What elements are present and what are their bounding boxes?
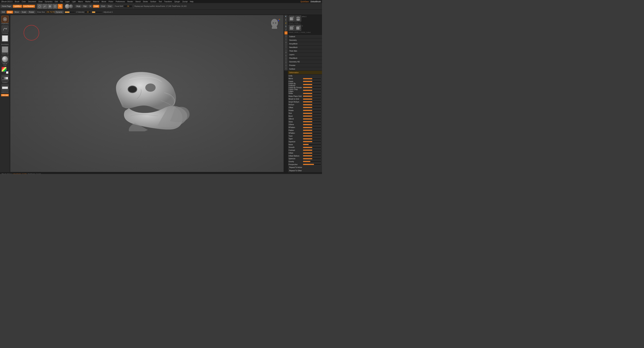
menu-edit[interactable]: Edit xyxy=(54,1,58,2)
relax-plane-grid-item[interactable]: Relax Plane Grid xyxy=(288,95,322,98)
brush-scan-btn[interactable] xyxy=(53,4,58,9)
contrast-slider[interactable] xyxy=(303,149,321,151)
menu-material[interactable]: Material xyxy=(92,1,100,2)
zadd-btn[interactable]: Zadd xyxy=(93,5,99,8)
rotate-btn[interactable]: Rotate xyxy=(28,11,35,13)
ri-tool11-btn[interactable]: ⊙ xyxy=(284,67,288,70)
menu-zplugin[interactable]: Zplugin xyxy=(174,1,180,2)
layers-item[interactable]: Layers xyxy=(288,53,322,56)
menu-color[interactable]: Color xyxy=(21,1,26,2)
morph-grid-slider[interactable] xyxy=(303,98,321,100)
ri-tool4-btn[interactable]: ≡ xyxy=(284,44,288,47)
edit-btn[interactable]: Edit xyxy=(1,11,6,13)
relax-item[interactable]: Relax xyxy=(288,92,322,95)
smart-resym-slider[interactable] xyxy=(303,101,321,102)
ri-tool8-btn[interactable]: ⊛ xyxy=(284,57,288,60)
inflate-slider[interactable] xyxy=(303,152,321,154)
ri-orange-btn[interactable]: ◉ xyxy=(284,31,288,34)
menu-transform[interactable]: Transform xyxy=(164,1,172,2)
spherize-slider[interactable] xyxy=(303,158,321,159)
subtool-thumb-cylbr[interactable] xyxy=(295,15,301,21)
mirror-slider[interactable] xyxy=(303,78,321,79)
sskew-item[interactable]: SSkew xyxy=(288,123,322,126)
ri-tool1-btn[interactable]: ⚙ xyxy=(284,35,288,38)
menu-file[interactable]: File xyxy=(60,1,64,2)
live-boolean-button[interactable]: Live Boolean xyxy=(23,5,35,8)
skew-slider[interactable] xyxy=(303,121,321,122)
move-btn[interactable]: Move xyxy=(14,11,20,13)
color-swatch-tool[interactable] xyxy=(1,66,9,74)
gradient-tool[interactable]: Gradient xyxy=(1,74,9,84)
menu-document[interactable]: Document xyxy=(28,1,37,2)
polish-crisp-edges-item[interactable]: Polish Crisp Edges xyxy=(288,89,322,92)
ri-tool9-btn[interactable]: ⊗ xyxy=(284,61,288,64)
twist-item[interactable]: Twist xyxy=(288,135,322,137)
menu-surface[interactable]: Surface xyxy=(150,1,157,2)
menu-help[interactable]: Help xyxy=(190,1,194,2)
bend-item[interactable]: Bend xyxy=(288,115,322,118)
mirror-item[interactable]: Mirror xyxy=(288,77,322,80)
deformation-item[interactable]: Deformation xyxy=(288,71,322,74)
rflatten-slider[interactable] xyxy=(303,127,321,128)
twist-slider[interactable] xyxy=(303,135,321,137)
menu-brush[interactable]: Brush xyxy=(14,1,20,2)
polish-slider[interactable] xyxy=(303,81,321,82)
flatten-item[interactable]: Flatten xyxy=(288,129,322,132)
skew-item[interactable]: Skew xyxy=(288,120,322,123)
polish-by-features-item[interactable]: Polish By Features xyxy=(288,83,322,86)
relax-plane-slider[interactable] xyxy=(303,95,321,97)
subtool-thumb-cube3d[interactable] xyxy=(288,15,295,21)
draw-btn[interactable]: Draw xyxy=(6,11,13,13)
rgb-btn[interactable]: Rgb xyxy=(82,5,88,8)
navigation-cube[interactable] xyxy=(268,18,280,30)
menu-zbrush[interactable]: ZBrush 2021.5 xyxy=(1,1,13,2)
morph-to-grid-item[interactable]: Morph to Grid xyxy=(288,97,322,100)
noise-item[interactable]: Noise xyxy=(288,143,322,146)
brush-alpha-tool[interactable]: -BrushAlpha xyxy=(1,35,9,45)
repeat-to-other-item[interactable]: Repeat To Other xyxy=(288,169,322,172)
thick-skin-item[interactable]: Thick Skin xyxy=(288,49,322,53)
sflatten-item[interactable]: SFlatten xyxy=(288,132,322,135)
resym-slider[interactable] xyxy=(303,104,321,105)
menu-render[interactable]: Render xyxy=(127,1,134,2)
home-page-button[interactable]: Home Page xyxy=(1,5,12,8)
sskew-slider[interactable] xyxy=(303,124,321,125)
noise-slider[interactable] xyxy=(303,144,321,145)
gravity-slider[interactable] xyxy=(303,161,321,162)
sflatten-slider[interactable] xyxy=(303,132,321,134)
geometry-hd-item[interactable]: Geometry HD xyxy=(288,60,322,63)
sbend-item[interactable]: SBend xyxy=(288,118,322,120)
relax-slider[interactable] xyxy=(303,93,321,94)
smart-resym-item[interactable]: Smart ReSym xyxy=(288,100,322,103)
polish-crisp-slider[interactable] xyxy=(303,90,321,91)
zsub-btn[interactable]: Zsub xyxy=(100,5,106,8)
array-mesh-item[interactable]: ArrayMesh xyxy=(288,42,322,45)
sbend-slider[interactable] xyxy=(303,118,321,120)
menu-preferences[interactable]: Preferences xyxy=(115,1,126,2)
menu-movie[interactable]: Movie xyxy=(101,1,107,2)
menu-macro[interactable]: Macro xyxy=(78,1,84,2)
unify-item[interactable]: Unify xyxy=(288,74,322,77)
ri-tool2-btn[interactable]: ✦ xyxy=(284,38,288,41)
geometry-item[interactable]: Geometry xyxy=(288,38,322,42)
brush-rotate-btn[interactable] xyxy=(58,4,62,9)
clay-buildup-tool[interactable]: ClayBuildup xyxy=(1,15,9,25)
nano-mesh-item[interactable]: NanoMesh xyxy=(288,46,322,49)
subtool-thumb-umesh[interactable] xyxy=(288,25,295,31)
smooth-slider[interactable] xyxy=(303,147,321,148)
offset-item[interactable]: Offset xyxy=(288,106,322,109)
rotate-deform-item[interactable]: Rotate xyxy=(288,109,322,112)
ri-paint-btn[interactable]: 🖌 xyxy=(284,28,288,31)
m-btn[interactable]: M xyxy=(88,5,92,8)
smooth-item[interactable]: Smooth xyxy=(288,146,322,149)
menu-stencil[interactable]: Stencil xyxy=(135,1,141,2)
taper-slider[interactable] xyxy=(303,138,321,140)
canvas-area[interactable] xyxy=(10,15,284,172)
rflatten-item[interactable]: RFlatten xyxy=(288,126,322,129)
menu-light[interactable]: Light xyxy=(72,1,76,2)
ri-tool10-btn[interactable]: ⊘ xyxy=(284,64,288,67)
mrgb-btn[interactable]: Mrgb xyxy=(75,5,82,8)
contrast-item[interactable]: Contrast xyxy=(288,149,322,152)
polish-features-slider[interactable] xyxy=(303,84,321,85)
inflate-item[interactable]: Inflate xyxy=(288,152,322,154)
